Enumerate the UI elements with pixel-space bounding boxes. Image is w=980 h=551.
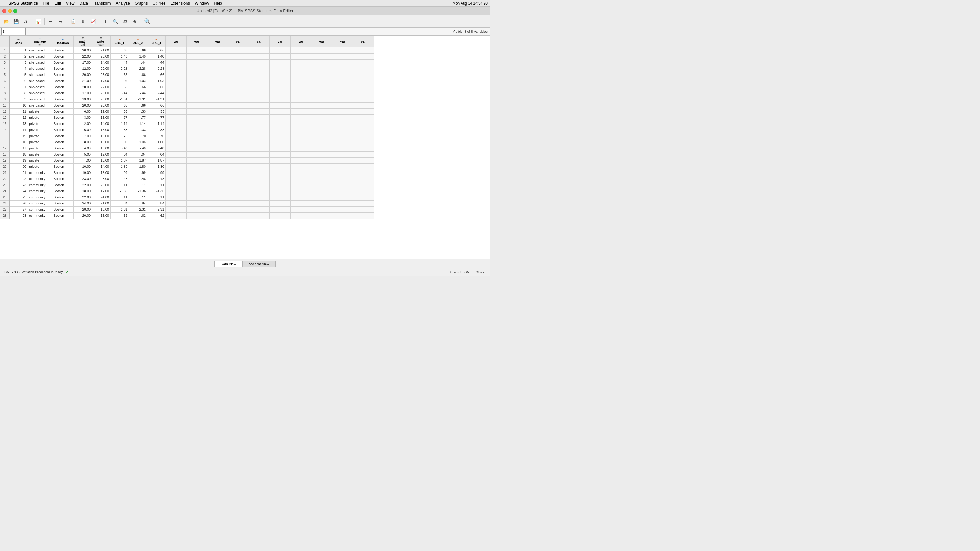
cell-write-gain[interactable]: 24.00 bbox=[92, 194, 111, 200]
row-number[interactable]: 20 bbox=[0, 164, 10, 170]
cell-var2[interactable] bbox=[186, 213, 207, 219]
cell-write-gain[interactable]: 15.00 bbox=[92, 114, 111, 121]
cell-management[interactable]: private bbox=[28, 121, 52, 127]
cell-var4[interactable] bbox=[228, 78, 249, 84]
cell-location[interactable]: Boston bbox=[52, 133, 74, 139]
cell-var5[interactable] bbox=[249, 182, 270, 188]
cell-location[interactable]: Boston bbox=[52, 121, 74, 127]
spreadsheet[interactable]: ✏ case ● manage ment ● location bbox=[0, 35, 490, 259]
cell-var7[interactable] bbox=[291, 47, 312, 53]
row-number[interactable]: 13 bbox=[0, 121, 10, 127]
cell-location[interactable]: Boston bbox=[52, 200, 74, 206]
cell-case[interactable]: 9 bbox=[10, 96, 28, 102]
cell-var3[interactable] bbox=[207, 213, 228, 219]
cell-var1[interactable] bbox=[166, 200, 186, 206]
cell-var2[interactable] bbox=[186, 84, 207, 90]
cell-var6[interactable] bbox=[270, 78, 291, 84]
cell-var4[interactable] bbox=[228, 194, 249, 200]
row-number[interactable]: 2 bbox=[0, 53, 10, 59]
cell-var6[interactable] bbox=[270, 206, 291, 213]
cell-var5[interactable] bbox=[249, 114, 270, 121]
cell-var6[interactable] bbox=[270, 108, 291, 114]
cell-var4[interactable] bbox=[228, 47, 249, 53]
cell-var1[interactable] bbox=[166, 133, 186, 139]
row-number[interactable]: 10 bbox=[0, 102, 10, 108]
cell-var8[interactable] bbox=[312, 176, 332, 182]
cell-math-gain[interactable]: 20.00 bbox=[74, 213, 92, 219]
row-number[interactable]: 26 bbox=[0, 200, 10, 206]
cell-var5[interactable] bbox=[249, 65, 270, 71]
cell-location[interactable]: Boston bbox=[52, 78, 74, 84]
cell-var8[interactable] bbox=[312, 194, 332, 200]
row-number[interactable]: 25 bbox=[0, 194, 10, 200]
cell-var1[interactable] bbox=[166, 47, 186, 53]
cell-location[interactable]: Boston bbox=[52, 157, 74, 164]
cell-write-gain[interactable]: 12.00 bbox=[92, 151, 111, 157]
cell-write-gain[interactable]: 21.00 bbox=[92, 200, 111, 206]
cell-var9[interactable] bbox=[332, 127, 353, 133]
cell-write-gain[interactable]: 18.00 bbox=[92, 170, 111, 176]
cell-var7[interactable] bbox=[291, 170, 312, 176]
cell-location[interactable]: Boston bbox=[52, 71, 74, 78]
cell-var7[interactable] bbox=[291, 84, 312, 90]
var-info-button[interactable]: ℹ bbox=[101, 17, 110, 26]
cell-var4[interactable] bbox=[228, 53, 249, 59]
cell-math-gain[interactable]: 24.00 bbox=[74, 200, 92, 206]
cell-var4[interactable] bbox=[228, 133, 249, 139]
value-labels-button[interactable]: 🏷 bbox=[121, 17, 129, 26]
row-number[interactable]: 21 bbox=[0, 170, 10, 176]
cell-var2[interactable] bbox=[186, 65, 207, 71]
cell-var7[interactable] bbox=[291, 139, 312, 145]
cell-math-gain[interactable]: 3.00 bbox=[74, 114, 92, 121]
cell-var8[interactable] bbox=[312, 139, 332, 145]
cell-var3[interactable] bbox=[207, 145, 228, 151]
cell-var7[interactable] bbox=[291, 157, 312, 164]
cell-case[interactable]: 8 bbox=[10, 90, 28, 96]
cell-var1[interactable] bbox=[166, 157, 186, 164]
cell-location[interactable]: Boston bbox=[52, 151, 74, 157]
cell-zre1[interactable]: .70 bbox=[111, 133, 129, 139]
cell-var2[interactable] bbox=[186, 108, 207, 114]
cell-var4[interactable] bbox=[228, 102, 249, 108]
cell-zre1[interactable]: 1.06 bbox=[111, 139, 129, 145]
cell-var3[interactable] bbox=[207, 164, 228, 170]
cell-var6[interactable] bbox=[270, 164, 291, 170]
cell-write-gain[interactable]: 17.00 bbox=[92, 78, 111, 84]
cell-management[interactable]: site-based bbox=[28, 65, 52, 71]
cell-var3[interactable] bbox=[207, 151, 228, 157]
cell-var3[interactable] bbox=[207, 47, 228, 53]
cell-var10[interactable] bbox=[353, 96, 374, 102]
cell-var2[interactable] bbox=[186, 114, 207, 121]
cell-var2[interactable] bbox=[186, 164, 207, 170]
cell-var6[interactable] bbox=[270, 145, 291, 151]
cell-var1[interactable] bbox=[166, 213, 186, 219]
cell-location[interactable]: Boston bbox=[52, 145, 74, 151]
cell-var8[interactable] bbox=[312, 65, 332, 71]
cell-management[interactable]: community bbox=[28, 194, 52, 200]
cell-var1[interactable] bbox=[166, 182, 186, 188]
cell-zre2[interactable]: -.62 bbox=[129, 213, 147, 219]
cell-var5[interactable] bbox=[249, 139, 270, 145]
cell-var9[interactable] bbox=[332, 121, 353, 127]
cell-case[interactable]: 25 bbox=[10, 194, 28, 200]
cell-var4[interactable] bbox=[228, 200, 249, 206]
cell-var5[interactable] bbox=[249, 59, 270, 65]
cell-management[interactable]: private bbox=[28, 114, 52, 121]
cell-write-gain[interactable]: 23.00 bbox=[92, 176, 111, 182]
cell-var6[interactable] bbox=[270, 47, 291, 53]
cell-var10[interactable] bbox=[353, 47, 374, 53]
cell-var6[interactable] bbox=[270, 59, 291, 65]
cell-var5[interactable] bbox=[249, 90, 270, 96]
menu-transform[interactable]: Transform bbox=[93, 1, 111, 5]
cell-var6[interactable] bbox=[270, 90, 291, 96]
cell-var2[interactable] bbox=[186, 170, 207, 176]
cell-case[interactable]: 20 bbox=[10, 164, 28, 170]
print-button[interactable]: 🖨 bbox=[21, 17, 30, 26]
cell-zre3[interactable]: .84 bbox=[147, 200, 166, 206]
cell-var7[interactable] bbox=[291, 200, 312, 206]
cell-var4[interactable] bbox=[228, 121, 249, 127]
cell-var1[interactable] bbox=[166, 108, 186, 114]
cell-var1[interactable] bbox=[166, 164, 186, 170]
cell-zre3[interactable]: .33 bbox=[147, 108, 166, 114]
cell-write-gain[interactable]: 22.00 bbox=[92, 84, 111, 90]
